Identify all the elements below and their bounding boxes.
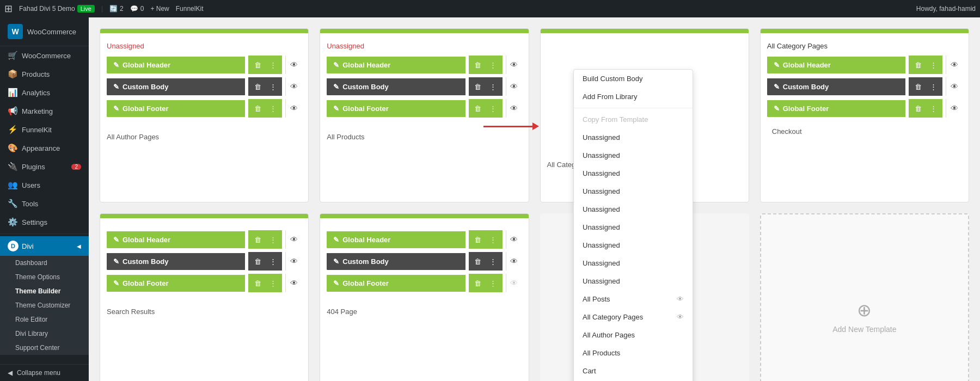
eye-icon[interactable]: 👁 <box>506 99 522 118</box>
more-icon[interactable]: ⋮ <box>926 99 940 118</box>
trash-icon[interactable]: 🗑 <box>471 230 485 249</box>
eye-icon[interactable]: 👁 <box>506 252 522 271</box>
eye-icon[interactable]: 👁 <box>285 99 302 118</box>
more-icon[interactable]: ⋮ <box>266 230 280 249</box>
trash-icon[interactable]: 🗑 <box>250 230 265 249</box>
more-icon[interactable]: ⋮ <box>486 274 500 292</box>
dropdown-item-all-posts[interactable]: All Posts 👁 <box>574 290 693 308</box>
dropdown-item-all-category-pages[interactable]: All Category Pages 👁 <box>574 308 693 326</box>
dropdown-item-unassigned-8[interactable]: Unassigned <box>574 254 693 272</box>
global-footer-button[interactable]: ✎ Global Footer <box>767 100 905 117</box>
trash-icon[interactable]: 🗑 <box>250 252 265 271</box>
sidebar-item-marketing[interactable]: 📢 Marketing <box>0 102 89 120</box>
trash-icon[interactable]: 🗑 <box>250 56 265 74</box>
sidebar-subitem-divi-library[interactable]: Divi Library <box>0 327 89 341</box>
trash-icon[interactable]: 🗑 <box>911 77 925 96</box>
global-footer-button[interactable]: ✎ Global Footer <box>107 100 245 117</box>
more-icon[interactable]: ⋮ <box>266 99 280 118</box>
updates-item[interactable]: 🔄 2 <box>109 5 124 13</box>
trash-icon[interactable]: 🗑 <box>471 99 485 118</box>
custom-body-button[interactable]: ✎ Custom Body <box>327 78 465 95</box>
dropdown-item-cart[interactable]: Cart <box>574 362 693 380</box>
more-icon[interactable]: ⋮ <box>266 77 280 96</box>
eye-icon[interactable]: 👁 <box>285 56 302 74</box>
site-name[interactable]: Fahad Divi 5 Demo Live <box>19 5 95 13</box>
dropdown-item-unassigned-3[interactable]: Unassigned <box>574 164 693 182</box>
trash-icon[interactable]: 🗑 <box>911 99 925 118</box>
custom-body-button[interactable]: ✎ Custom Body <box>107 78 245 95</box>
sidebar-subitem-support-center[interactable]: Support Center <box>0 341 89 355</box>
global-footer-button[interactable]: ✎ Global Footer <box>327 100 465 117</box>
sidebar-item-settings[interactable]: ⚙️ Settings <box>0 213 89 231</box>
trash-icon[interactable]: 🗑 <box>471 252 485 271</box>
sidebar-logo[interactable]: W WooCommerce <box>0 17 89 46</box>
eye-icon[interactable]: 👁 <box>506 56 522 74</box>
trash-icon[interactable]: 🗑 <box>250 77 265 96</box>
dropdown-item-unassigned-1[interactable]: Unassigned <box>574 128 693 146</box>
dropdown-item-all-products[interactable]: All Products <box>574 344 693 362</box>
eye-icon[interactable]: 👁 <box>285 252 302 271</box>
custom-body-button[interactable]: ✎ Custom Body <box>107 253 245 270</box>
trash-icon[interactable]: 🗑 <box>250 99 265 118</box>
eye-icon[interactable]: 👁 <box>506 230 522 249</box>
dropdown-item-unassigned-6[interactable]: Unassigned <box>574 218 693 236</box>
eye-icon[interactable]: 👁 <box>946 99 962 118</box>
template-card-add-new[interactable]: ⊕ Add New Template <box>760 213 969 381</box>
sidebar-item-plugins[interactable]: 🔌 Plugins 2 <box>0 157 89 176</box>
more-icon[interactable]: ⋮ <box>926 77 940 96</box>
dropdown-add-from-library[interactable]: Add From Library <box>574 88 693 106</box>
eye-icon[interactable]: 👁 <box>946 77 962 96</box>
dropdown-item-all-author-pages[interactable]: All Author Pages <box>574 326 693 344</box>
collapse-menu-button[interactable]: ◀ Collapse menu <box>0 364 89 381</box>
comments-item[interactable]: 💬 0 <box>130 5 144 13</box>
sidebar-item-divi[interactable]: D Divi ◀ <box>0 236 89 256</box>
dropdown-item-unassigned-9[interactable]: Unassigned <box>574 272 693 290</box>
eye-icon[interactable]: 👁 <box>285 230 302 249</box>
eye-icon[interactable]: 👁 <box>506 77 522 96</box>
eye-icon[interactable]: 👁 <box>285 77 302 96</box>
more-icon[interactable]: ⋮ <box>266 274 280 292</box>
funnelkit-item[interactable]: FunnelKit <box>176 5 204 13</box>
eye-icon[interactable]: 👁 <box>946 56 962 74</box>
sidebar-item-appearance[interactable]: 🎨 Appearance <box>0 139 89 157</box>
trash-icon[interactable]: 🗑 <box>250 274 265 292</box>
sidebar-subitem-role-editor[interactable]: Role Editor <box>0 312 89 327</box>
more-icon[interactable]: ⋮ <box>486 77 500 96</box>
dropdown-item-unassigned-7[interactable]: Unassigned <box>574 236 693 254</box>
dropdown-item-unassigned-4[interactable]: Unassigned <box>574 182 693 200</box>
custom-body-button[interactable]: ✎ Custom Body <box>767 78 905 95</box>
more-icon[interactable]: ⋮ <box>926 56 940 74</box>
sidebar-subitem-theme-customizer[interactable]: Theme Customizer <box>0 298 89 312</box>
more-icon[interactable]: ⋮ <box>266 252 280 271</box>
more-icon[interactable]: ⋮ <box>486 56 500 74</box>
global-header-button[interactable]: ✎ Global Header <box>327 231 465 248</box>
more-icon[interactable]: ⋮ <box>486 252 500 271</box>
sidebar-subitem-dashboard[interactable]: Dashboard <box>0 256 89 270</box>
eye-icon-disabled[interactable]: 👁 <box>506 274 522 292</box>
dropdown-item-unassigned-5[interactable]: Unassigned <box>574 200 693 218</box>
wp-logo-icon[interactable]: ⊞ <box>4 3 13 15</box>
trash-icon[interactable]: 🗑 <box>471 56 485 74</box>
global-footer-button[interactable]: ✎ Global Footer <box>327 275 465 292</box>
trash-icon[interactable]: 🗑 <box>911 56 925 74</box>
sidebar-subitem-theme-options[interactable]: Theme Options <box>0 270 89 284</box>
more-icon[interactable]: ⋮ <box>266 56 280 74</box>
dropdown-item-unassigned-2[interactable]: Unassigned <box>574 146 693 164</box>
sidebar-item-funnelkit[interactable]: ⚡ FunnelKit <box>0 120 89 139</box>
sidebar-subitem-theme-builder[interactable]: Theme Builder <box>0 284 89 298</box>
sidebar-item-users[interactable]: 👥 Users <box>0 176 89 194</box>
global-header-button[interactable]: ✎ Global Header <box>107 231 245 248</box>
custom-body-button[interactable]: ✎ Custom Body <box>327 253 465 270</box>
sidebar-item-products[interactable]: 📦 Products <box>0 65 89 83</box>
eye-icon[interactable]: 👁 <box>285 274 302 292</box>
sidebar-item-woocommerce[interactable]: 🛒 WooCommerce <box>0 46 89 65</box>
sidebar-item-analytics[interactable]: 📊 Analytics <box>0 83 89 102</box>
trash-icon[interactable]: 🗑 <box>471 77 485 96</box>
global-header-button[interactable]: ✎ Global Header <box>767 57 905 73</box>
sidebar-item-tools[interactable]: 🔧 Tools <box>0 194 89 213</box>
new-item[interactable]: + New <box>150 5 169 13</box>
global-footer-button[interactable]: ✎ Global Footer <box>107 275 245 292</box>
global-header-button[interactable]: ✎ Global Header <box>327 57 465 73</box>
trash-icon[interactable]: 🗑 <box>471 274 485 292</box>
dropdown-build-custom-body[interactable]: Build Custom Body <box>574 70 693 88</box>
